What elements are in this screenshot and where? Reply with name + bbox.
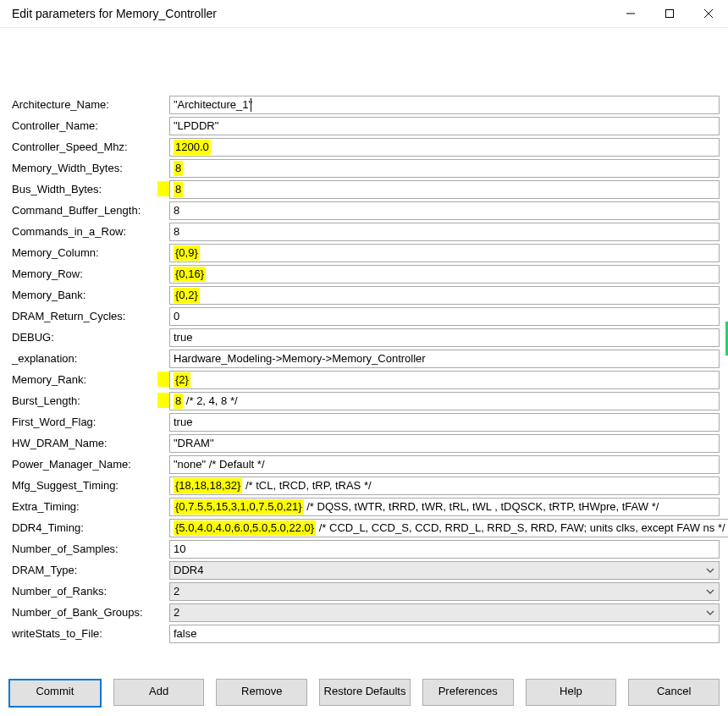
param-field-wrap: "none" /* Default */ bbox=[169, 455, 720, 474]
param-select[interactable]: 2 bbox=[169, 603, 720, 622]
parameters-form: Architecture_Name:"Architecture_1"Contro… bbox=[0, 28, 728, 644]
param-field-wrap: "DRAM" bbox=[169, 434, 720, 453]
param-label: Burst_Length: bbox=[12, 394, 169, 407]
param-label: Mfg_Suggest_Timing: bbox=[12, 479, 169, 492]
param-input[interactable]: 10 bbox=[169, 540, 720, 559]
param-input[interactable]: true bbox=[169, 413, 720, 432]
param-input[interactable]: 8 bbox=[169, 223, 720, 241]
param-label: DRAM_Return_Cycles: bbox=[12, 310, 169, 322]
param-input[interactable]: 0 bbox=[169, 307, 720, 326]
param-value-post: 2 bbox=[174, 606, 179, 619]
param-row-DEBUG: DEBUG:true bbox=[12, 327, 720, 348]
param-input[interactable]: true bbox=[169, 328, 720, 347]
highlight-leading bbox=[157, 181, 169, 196]
param-value-post: 8 bbox=[174, 225, 179, 238]
param-row-Extra_Timing: Extra_Timing:{0,7.5,5,15,3,1,0,7.5,0,21}… bbox=[12, 496, 720, 517]
param-row-Architecture_Name: Architecture_Name:"Architecture_1" bbox=[12, 94, 720, 115]
param-input[interactable]: {0,7.5,5,15,3,1,0,7.5,0,21} /* DQSS, tWT… bbox=[169, 498, 720, 516]
remove-button[interactable]: Remove bbox=[216, 679, 307, 706]
highlight-leading bbox=[157, 393, 169, 408]
minimize-button[interactable] bbox=[611, 0, 650, 27]
param-field-wrap: "Architecture_1" bbox=[169, 96, 720, 114]
add-button[interactable]: Add bbox=[113, 679, 205, 706]
param-input[interactable]: "Architecture_1" bbox=[169, 96, 720, 114]
svg-rect-1 bbox=[666, 10, 674, 18]
help-button[interactable]: Help bbox=[526, 679, 617, 706]
param-label: DEBUG: bbox=[12, 331, 169, 344]
param-value-post: "LPDDR" bbox=[174, 119, 218, 132]
param-value-post: /* CCD_L, CCD_S, CCD, RRD_L, RRD_S, RRD,… bbox=[316, 521, 725, 534]
param-label: Controller_Name: bbox=[12, 119, 169, 132]
param-row-Command_Buffer_Length: Command_Buffer_Length:8 bbox=[12, 200, 720, 221]
param-input[interactable]: {18,18,18,32} /* tCL, tRCD, tRP, tRAS */ bbox=[169, 476, 720, 495]
param-label: Architecture_Name: bbox=[12, 98, 169, 111]
param-input[interactable]: 8 bbox=[169, 180, 720, 199]
param-field-wrap: true bbox=[169, 413, 720, 432]
maximize-button[interactable] bbox=[650, 0, 689, 27]
highlight-leading bbox=[157, 372, 169, 387]
param-row-Memory_Rank: Memory_Rank:{2} bbox=[12, 369, 720, 390]
param-field-wrap: 1200.0 bbox=[169, 138, 720, 157]
param-label: Memory_Width_Bytes: bbox=[12, 162, 169, 174]
preferences-button[interactable]: Preferences bbox=[422, 679, 514, 706]
param-select[interactable]: DDR4 bbox=[169, 561, 720, 580]
param-input[interactable]: "DRAM" bbox=[169, 434, 720, 453]
param-row-DRAM_Return_Cycles: DRAM_Return_Cycles:0 bbox=[12, 306, 720, 327]
param-input[interactable]: Hardware_Modeling->Memory->Memory_Contro… bbox=[169, 350, 720, 368]
param-input[interactable]: {2} bbox=[169, 371, 720, 389]
param-value-highlight: {0,2} bbox=[174, 288, 200, 303]
param-value-highlight: 8 bbox=[174, 182, 183, 197]
param-input[interactable]: "none" /* Default */ bbox=[169, 455, 720, 474]
param-value-post: /* DQSS, tWTR, tRRD, tWR, tRL, tWL , tDQ… bbox=[304, 500, 659, 513]
button-bar: Commit Add Remove Restore Defaults Prefe… bbox=[8, 679, 720, 708]
param-field-wrap: 8 bbox=[169, 159, 720, 178]
param-value-highlight: {5.0,4.0,4.0,6.0,5.0,5.0,22.0} bbox=[174, 520, 316, 536]
param-label: Power_Manager_Name: bbox=[12, 458, 169, 471]
param-input[interactable]: {0,9} bbox=[169, 244, 720, 262]
param-input[interactable]: "LPDDR" bbox=[169, 117, 720, 135]
param-input[interactable]: 8 bbox=[169, 159, 720, 178]
param-label: Number_of_Bank_Groups: bbox=[12, 606, 169, 619]
param-label: HW_DRAM_Name: bbox=[12, 437, 169, 449]
param-row-writeStats_to_File: writeStats_to_File:false bbox=[12, 623, 720, 644]
param-value-post: true bbox=[174, 416, 192, 428]
param-row-Memory_Bank: Memory_Bank:{0,2} bbox=[12, 284, 720, 306]
param-field-wrap: 8 bbox=[169, 201, 720, 220]
param-input[interactable]: {0,2} bbox=[169, 286, 720, 305]
param-row-Number_of_Samples: Number_of_Samples:10 bbox=[12, 538, 720, 559]
param-field-wrap: {0,16} bbox=[169, 265, 720, 284]
param-row-Memory_Column: Memory_Column:{0,9} bbox=[12, 242, 720, 263]
param-input[interactable]: {5.0,4.0,4.0,6.0,5.0,5.0,22.0} /* CCD_L,… bbox=[169, 519, 728, 537]
param-select[interactable]: 2 bbox=[169, 582, 720, 601]
param-row-Number_of_Ranks: Number_of_Ranks:2 bbox=[12, 581, 720, 602]
param-input[interactable]: 8 /* 2, 4, 8 */ bbox=[169, 392, 720, 410]
restore-defaults-button[interactable]: Restore Defaults bbox=[319, 679, 411, 706]
param-value-post: 0 bbox=[174, 310, 179, 322]
close-button[interactable] bbox=[689, 0, 728, 27]
param-input[interactable]: 1200.0 bbox=[169, 138, 720, 157]
param-row-DRAM_Type: DRAM_Type:DDR4 bbox=[12, 559, 720, 581]
param-value-post: 2 bbox=[174, 585, 179, 598]
cancel-button[interactable]: Cancel bbox=[628, 679, 720, 706]
param-label: writeStats_to_File: bbox=[12, 627, 169, 640]
commit-button[interactable]: Commit bbox=[8, 679, 102, 708]
param-row-Burst_Length: Burst_Length:8 /* 2, 4, 8 */ bbox=[12, 390, 720, 411]
param-value-highlight: 8 bbox=[174, 161, 183, 176]
param-row-DDR4_Timing: DDR4_Timing:{5.0,4.0,4.0,6.0,5.0,5.0,22.… bbox=[12, 517, 720, 538]
param-row-Commands_in_a_Row: Commands_in_a_Row:8 bbox=[12, 221, 720, 242]
param-input[interactable]: {0,16} bbox=[169, 265, 720, 284]
param-label: Extra_Timing: bbox=[12, 500, 169, 513]
param-field-wrap: {0,2} bbox=[169, 286, 720, 305]
param-field-wrap: 8 bbox=[169, 223, 720, 241]
titlebar: Edit parameters for Memory_Controller bbox=[0, 0, 728, 28]
param-input[interactable]: false bbox=[169, 625, 720, 643]
param-value-highlight: {0,16} bbox=[174, 267, 206, 282]
param-label: Memory_Row: bbox=[12, 267, 169, 280]
param-field-wrap: 2 bbox=[169, 603, 720, 622]
param-input[interactable]: 8 bbox=[169, 201, 720, 220]
param-row-Power_Manager_Name: Power_Manager_Name:"none" /* Default */ bbox=[12, 454, 720, 475]
param-label: Number_of_Samples: bbox=[12, 543, 169, 555]
param-field-wrap: 10 bbox=[169, 540, 720, 559]
param-value-highlight: 8 bbox=[174, 394, 183, 409]
param-value-highlight: {18,18,18,32} bbox=[174, 478, 242, 493]
